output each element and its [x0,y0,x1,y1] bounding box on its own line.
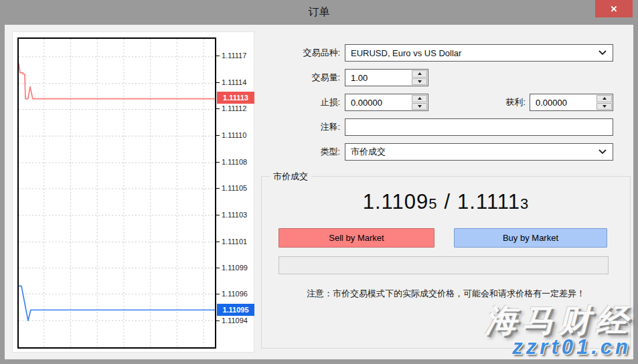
bid-price-line [19,286,215,321]
take-profit-input[interactable] [530,94,595,110]
symbol-label: 交易品种: [262,44,340,62]
volume-spinner [345,69,428,86]
axis-tick-label: 1.11101 [222,237,247,246]
tick-chart-plot [17,37,216,349]
axis-tick-label: 1.11103 [222,210,247,219]
order-type-combobox[interactable]: 市价成交 [345,143,613,161]
watermark-site: zzrt01.cn [512,335,631,359]
axis-tick-label: 1.11114 [222,78,246,87]
axis-tick [216,162,220,163]
order-type-value: 市价成交 [351,146,386,158]
spin-down-icon [603,105,607,108]
order-type-label: 类型: [262,143,340,161]
chart-panel: 1.111171.111141.111121.111101.111081.111… [12,31,254,353]
axis-tick-label: 1.11096 [222,289,248,298]
stop-loss-label: 止损: [262,94,340,111]
spin-up-icon [603,97,607,100]
axis-tick-label: 1.11099 [222,263,248,272]
stop-loss-spinner [345,94,428,111]
close-button[interactable]: ✕ [595,0,633,17]
close-icon: ✕ [611,4,618,14]
axis-tick-label: 1.11117 [222,51,246,60]
stop-loss-input[interactable] [345,94,410,110]
volume-spin-up-button[interactable] [412,70,427,78]
axis-tick [216,294,220,294]
axis-tick-label: 1.11105 [222,183,247,193]
volume-spin-buttons [412,70,427,85]
execution-progress-bar [278,256,609,274]
window-title: 订单 [309,5,330,19]
symbol-value: EURUSD, Euro vs US Dollar [351,48,461,58]
axis-tick-label: 1.11112 [222,104,246,113]
price-separator: / [444,190,451,213]
axis-tick-label: 1.11108 [222,157,247,167]
axis-tick [216,82,220,83]
spin-up-icon [418,97,422,100]
volume-spin-down-button[interactable] [412,78,427,86]
bid-price-badge: 1.11095 [217,304,254,316]
axis-tick [216,242,220,242]
price-quote: 1.11095/1.11113 [262,190,630,214]
axis-tick [216,188,220,189]
bid-price-last-digit: 5 [428,195,437,212]
stop-loss-spin-buttons [412,95,427,110]
axis-tick-label: 1.11110 [222,130,246,140]
ask-price-main: 1.1111 [457,190,520,213]
axis-tick [216,321,220,321]
take-profit-spin-buttons [596,95,612,110]
take-profit-spin-down-button[interactable] [596,103,612,110]
bid-price-main: 1.1109 [363,190,429,213]
take-profit-label: 获利: [448,94,526,111]
volume-input[interactable] [345,70,410,86]
ask-price-line [19,64,215,99]
buy-by-market-button[interactable]: Buy by Market [454,228,607,248]
axis-tick [216,108,220,109]
price-chart-svg [19,39,215,347]
ask-price-last-digit: 3 [520,195,529,212]
sell-by-market-button[interactable]: Sell by Market [278,228,434,248]
spin-down-icon [418,80,422,83]
spin-up-icon [418,72,422,75]
axis-tick [216,215,220,215]
volume-label: 交易量: [262,69,340,86]
execution-note: 注意：市价交易模式下的实际成交价格，可能会和请求价格有一定差异！ [262,288,630,300]
take-profit-spin-up-button[interactable] [596,95,612,102]
titlebar[interactable]: 订单 [0,0,638,25]
order-dialog-window: 订单 ✕ 1.111171.111141.111121.111101.11108… [0,0,638,364]
chevron-down-icon [599,50,607,56]
axis-tick [216,135,220,136]
stop-loss-spin-up-button[interactable] [412,95,427,102]
axis-tick [216,56,220,56]
symbol-combobox[interactable]: EURUSD, Euro vs US Dollar [345,44,613,62]
group-label: 市价成交 [270,171,311,183]
comment-field [345,118,613,136]
spin-down-icon [418,105,422,108]
take-profit-spinner [530,94,613,111]
ask-price-badge: 1.11113 [217,92,254,104]
comment-label: 注释: [262,118,340,136]
axis-tick [216,268,220,268]
chevron-down-icon [599,149,607,155]
stop-loss-spin-down-button[interactable] [412,103,427,110]
axis-tick-label: 1.11094 [222,316,248,325]
comment-input[interactable] [345,119,613,135]
